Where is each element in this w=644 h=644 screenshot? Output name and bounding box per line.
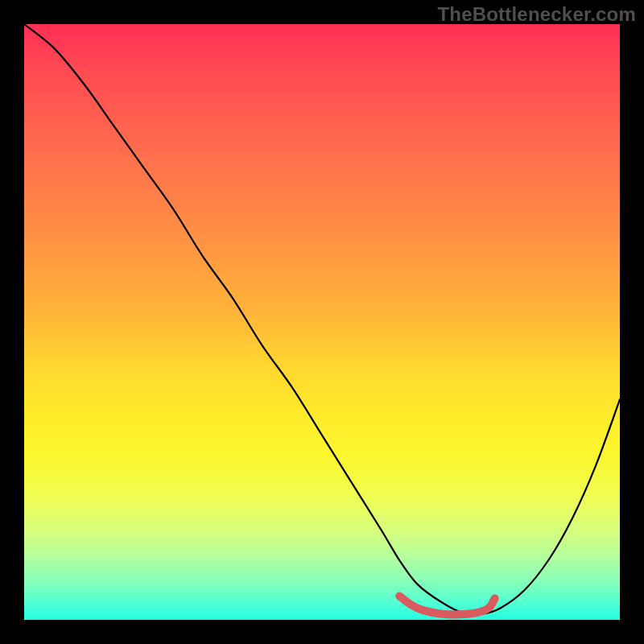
chart-frame: TheBottlenecker.com	[0, 0, 644, 644]
bottleneck-curve-path	[24, 24, 620, 615]
plot-area	[24, 24, 620, 620]
attribution-text: TheBottlenecker.com	[437, 3, 636, 26]
chart-svg	[24, 24, 620, 620]
